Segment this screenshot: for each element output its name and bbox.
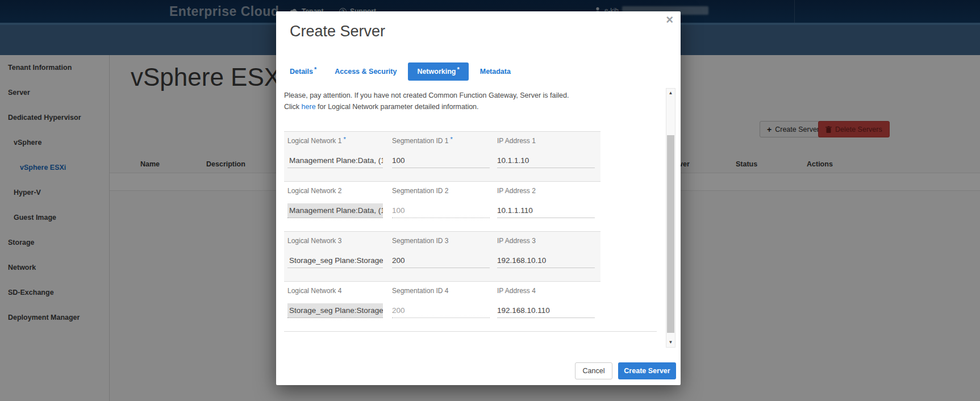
notice-line1: Please, pay attention. If you have not c… — [284, 90, 569, 101]
logical-network-3-label: Logical Network 3 — [287, 237, 341, 245]
required-marker: * — [343, 136, 345, 143]
segmentation-id-1-input[interactable]: 100 — [392, 153, 490, 168]
ip-address-2-input[interactable]: 10.1.1.110 — [497, 203, 595, 218]
tab-metadata[interactable]: Metadata — [473, 62, 518, 81]
segmentation-id-4-label: Segmentation ID 4 — [392, 287, 448, 295]
segmentation-id-2-input: 100 — [392, 203, 490, 218]
scroll-down-button[interactable]: ▼ — [666, 338, 675, 347]
notice-line2-pre: Click — [284, 103, 302, 111]
tab-label: Metadata — [480, 68, 511, 76]
tab-label: Details — [290, 68, 313, 76]
segmentation-id-3-input[interactable]: 200 — [392, 253, 490, 268]
select-value: Management Plane:Data, (1 — [289, 156, 383, 165]
ip-address-3-label: IP Address 3 — [497, 237, 536, 245]
network-row-4: Logical Network 4 Storage_seg Plane:Stor… — [284, 281, 600, 331]
required-marker: * — [450, 136, 452, 143]
logical-network-2-select: Management Plane:Data, (1▼ — [287, 203, 383, 218]
required-marker: * — [457, 66, 459, 73]
tab-networking[interactable]: Networking* — [408, 62, 468, 81]
required-marker: * — [314, 66, 316, 73]
form-bottom-divider — [284, 331, 657, 332]
here-link[interactable]: here — [302, 103, 316, 111]
scroll-up-button[interactable]: ▲ — [666, 89, 675, 98]
ip-address-4-label: IP Address 4 — [497, 287, 536, 295]
segmentation-id-3-label: Segmentation ID 3 — [392, 237, 448, 245]
select-value: Storage_seg Plane:Storage, — [289, 256, 383, 265]
ip-address-4-input[interactable]: 192.168.10.110 — [497, 303, 595, 318]
tab-access-security[interactable]: Access & Security — [328, 62, 403, 81]
field-label: Logical Network 1 — [287, 137, 341, 145]
ip-address-3-input[interactable]: 192.168.10.10 — [497, 253, 595, 268]
scrollbar-thumb[interactable] — [667, 135, 674, 333]
notice-line2: Click here for Logical Network parameter… — [284, 101, 569, 112]
field-label: Segmentation ID 1 — [392, 137, 448, 145]
network-row-3: Logical Network 3 Storage_seg Plane:Stor… — [284, 231, 600, 281]
notice-line2-post: for Logical Network parameter detailed i… — [316, 103, 479, 111]
modal-scrollbar[interactable]: ▲ ▼ — [666, 88, 675, 348]
select-value: Management Plane:Data, (1 — [289, 206, 383, 215]
modal-title: Create Server — [290, 23, 385, 40]
ip-address-1-label: IP Address 1 — [497, 137, 536, 145]
logical-network-1-select[interactable]: Management Plane:Data, (1▼ — [287, 153, 383, 168]
close-icon[interactable]: × — [666, 14, 673, 26]
modal-create-server-button[interactable]: Create Server — [618, 362, 676, 379]
network-row-1: Logical Network 1* Management Plane:Data… — [284, 131, 600, 181]
select-value: Storage_seg Plane:Storage, — [289, 306, 383, 315]
segmentation-id-1-label: Segmentation ID 1* — [392, 137, 453, 145]
logical-network-4-select: Storage_seg Plane:Storage,▼ — [287, 303, 383, 318]
logical-network-2-label: Logical Network 2 — [287, 187, 341, 195]
tab-label: Access & Security — [335, 68, 397, 76]
segmentation-id-2-label: Segmentation ID 2 — [392, 187, 448, 195]
logical-network-1-label: Logical Network 1* — [287, 137, 346, 145]
tab-details[interactable]: Details* — [283, 62, 323, 81]
create-server-modal: × Create Server Details* Access & Securi… — [276, 11, 681, 385]
tab-label: Networking — [417, 68, 456, 76]
ip-address-2-label: IP Address 2 — [497, 187, 536, 195]
network-form: Logical Network 1* Management Plane:Data… — [284, 131, 600, 331]
tab-bar: Details* Access & Security Networking* M… — [283, 62, 518, 81]
ip-address-1-input[interactable]: 10.1.1.10 — [497, 153, 595, 168]
network-row-2: Logical Network 2 Management Plane:Data,… — [284, 181, 600, 231]
logical-network-3-select[interactable]: Storage_seg Plane:Storage,▼ — [287, 253, 383, 268]
cancel-button[interactable]: Cancel — [575, 362, 612, 379]
segmentation-id-4-input: 200 — [392, 303, 490, 318]
notice-text: Please, pay attention. If you have not c… — [284, 90, 569, 112]
logical-network-4-label: Logical Network 4 — [287, 287, 341, 295]
